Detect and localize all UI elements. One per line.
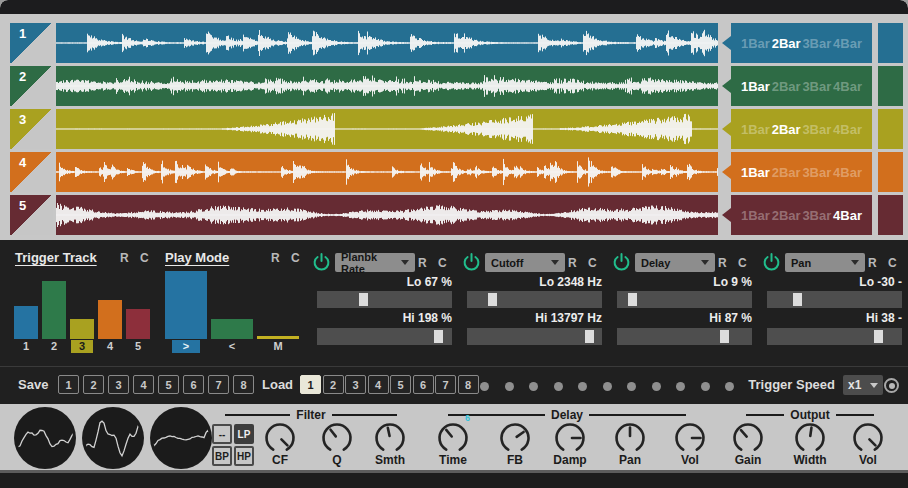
param-select[interactable]: Delay [635, 253, 715, 272]
save-slot-button[interactable]: 6 [183, 375, 204, 394]
bar-option[interactable]: 2Bar [772, 36, 801, 51]
knob-fb[interactable] [497, 420, 533, 456]
bar-option[interactable]: 2Bar [772, 79, 801, 94]
save-slot-button[interactable]: 7 [208, 375, 229, 394]
trigger-bar[interactable] [14, 306, 38, 339]
load-slot-button[interactable]: 6 [413, 375, 434, 394]
knob-smth[interactable] [372, 420, 408, 456]
track-number-cell[interactable]: 4 [10, 152, 53, 192]
trigger-label[interactable]: 5 [127, 340, 149, 353]
load-slot-button[interactable]: 8 [458, 375, 479, 394]
trigger-bar[interactable] [70, 319, 94, 339]
save-slot-button[interactable]: 1 [58, 375, 79, 394]
load-slot-button[interactable]: 7 [435, 375, 456, 394]
knob-cf[interactable] [262, 420, 298, 456]
pattern-dot[interactable] [652, 382, 661, 391]
trigger-bar[interactable] [126, 309, 150, 339]
save-slot-button[interactable]: 3 [108, 375, 129, 394]
track-level-strip[interactable] [878, 23, 903, 63]
param-select[interactable]: Pan [785, 253, 865, 272]
play-mode-label[interactable]: > [172, 340, 200, 353]
pattern-dot[interactable] [725, 382, 734, 391]
trigger-track-r-button[interactable]: R [120, 251, 129, 265]
power-icon[interactable] [612, 252, 631, 271]
load-slot-button[interactable]: 1 [300, 375, 321, 394]
save-slot-button[interactable]: 4 [133, 375, 154, 394]
load-slot-button[interactable]: 5 [390, 375, 411, 394]
trigger-label[interactable]: 3 [71, 340, 93, 353]
slider-handle[interactable] [874, 330, 883, 343]
mod-r-button[interactable]: R [868, 256, 877, 270]
save-slot-button[interactable]: 8 [233, 375, 254, 394]
pattern-dot[interactable] [529, 382, 538, 391]
bar-option[interactable]: 3Bar [802, 208, 831, 223]
track-number-cell[interactable]: 5 [10, 195, 53, 235]
track-number-cell[interactable]: 2 [10, 66, 53, 106]
hi-slider[interactable] [317, 328, 452, 345]
slider-handle[interactable] [720, 330, 729, 343]
bar-option[interactable]: 1Bar [741, 79, 770, 94]
hi-slider[interactable] [767, 328, 902, 345]
bar-option[interactable]: 4Bar [833, 122, 862, 137]
toggle-radio-button[interactable] [884, 378, 899, 393]
power-icon[interactable] [762, 252, 781, 271]
play-mode-bar[interactable] [211, 319, 253, 339]
bar-option[interactable]: 4Bar [833, 36, 862, 51]
lo-slider[interactable] [617, 291, 752, 308]
bar-option[interactable]: 1Bar [741, 122, 770, 137]
trigger-label[interactable]: 1 [15, 340, 37, 353]
pattern-dot[interactable] [676, 382, 685, 391]
pattern-dot[interactable] [505, 382, 514, 391]
load-slot-button[interactable]: 2 [323, 375, 344, 394]
track-number-cell[interactable]: 3 [10, 109, 53, 149]
bar-option[interactable]: 1Bar [741, 165, 770, 180]
track-level-strip[interactable] [878, 195, 903, 235]
trigger-bar[interactable] [98, 300, 122, 339]
track-level-strip[interactable] [878, 109, 903, 149]
bar-option[interactable]: 1Bar [741, 36, 770, 51]
hi-slider[interactable] [617, 328, 752, 345]
knob-damp[interactable] [552, 420, 588, 456]
mod-c-button[interactable]: C [588, 256, 597, 270]
play-mode-c-button[interactable]: C [291, 251, 300, 265]
pattern-dot[interactable] [578, 382, 587, 391]
bar-option[interactable]: 1Bar [741, 208, 770, 223]
bar-option[interactable]: 3Bar [802, 122, 831, 137]
lo-slider[interactable] [317, 291, 452, 308]
hi-slider[interactable] [467, 328, 602, 345]
trigger-label[interactable]: 2 [43, 340, 65, 353]
bar-option[interactable]: 4Bar [833, 165, 862, 180]
slider-handle[interactable] [793, 293, 802, 306]
slider-handle[interactable] [359, 293, 368, 306]
play-mode-label[interactable]: M [264, 340, 292, 353]
knob-vol[interactable] [672, 420, 708, 456]
track-number-cell[interactable]: 1 [10, 23, 53, 63]
save-slot-button[interactable]: 2 [83, 375, 104, 394]
pattern-dot[interactable] [627, 382, 636, 391]
bar-option[interactable]: 4Bar [833, 79, 862, 94]
param-select[interactable]: Planbk Rate [335, 253, 415, 272]
power-icon[interactable] [462, 252, 481, 271]
pattern-dot[interactable] [554, 382, 563, 391]
slider-handle[interactable] [585, 330, 594, 343]
knob-pan[interactable] [612, 420, 648, 456]
filter-mode-button[interactable]: BP [212, 446, 232, 466]
trigger-track-c-button[interactable]: C [140, 251, 149, 265]
track-level-strip[interactable] [878, 152, 903, 192]
play-mode-r-button[interactable]: R [271, 251, 280, 265]
filter-mode-button[interactable]: -- [212, 424, 232, 444]
mod-r-button[interactable]: R [718, 256, 727, 270]
knob-width[interactable] [792, 420, 828, 456]
pattern-dot[interactable] [480, 382, 489, 391]
mod-r-button[interactable]: R [568, 256, 577, 270]
lo-slider[interactable] [467, 291, 602, 308]
param-select[interactable]: Cutoff [485, 253, 565, 272]
mod-c-button[interactable]: C [438, 256, 447, 270]
play-mode-label[interactable]: < [218, 340, 246, 353]
trigger-label[interactable]: 4 [99, 340, 121, 353]
slider-handle[interactable] [488, 293, 497, 306]
filter-mode-button[interactable]: LP [234, 424, 254, 444]
power-icon[interactable] [312, 252, 331, 271]
play-mode-bar[interactable] [165, 271, 207, 339]
bar-option[interactable]: 4Bar [833, 208, 862, 223]
